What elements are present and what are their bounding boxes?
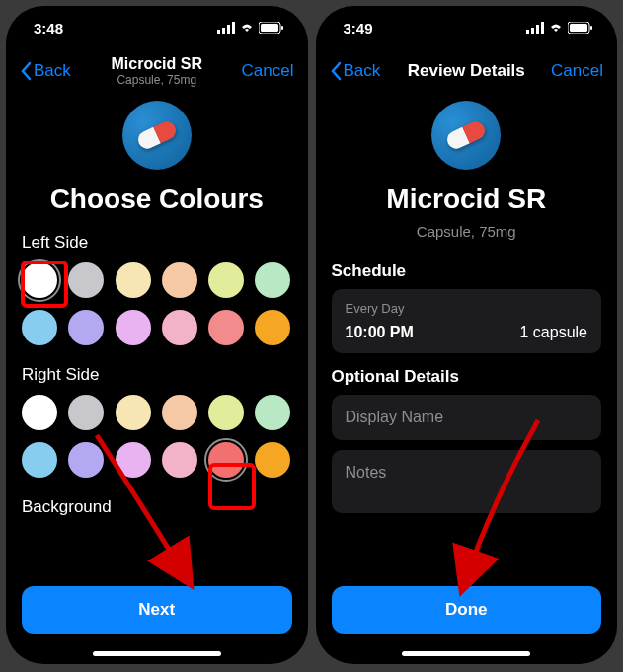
home-indicator[interactable] — [93, 651, 221, 656]
color-swatch[interactable] — [116, 395, 151, 430]
svg-rect-5 — [261, 24, 278, 32]
cancel-button[interactable]: Cancel — [242, 61, 294, 81]
back-button[interactable]: Back — [20, 61, 71, 81]
color-swatch[interactable] — [68, 310, 104, 345]
phone-left: 3:48 Back Microcid SR Capsule, 75mg Canc… — [6, 6, 308, 664]
svg-rect-9 — [536, 25, 539, 34]
wifi-icon — [239, 22, 255, 34]
svg-rect-10 — [541, 22, 544, 34]
color-swatch[interactable] — [22, 310, 57, 345]
nav-title-sub: Capsule, 75mg — [112, 73, 202, 87]
svg-rect-13 — [590, 26, 592, 30]
left-side-label: Left Side — [22, 233, 292, 253]
left-color-grid — [22, 262, 292, 345]
svg-rect-6 — [281, 26, 283, 30]
status-time: 3:48 — [34, 20, 63, 37]
done-button[interactable]: Done — [332, 586, 602, 634]
chevron-left-icon — [330, 61, 342, 81]
schedule-time: 10:00 PM — [346, 324, 414, 341]
right-side-label: Right Side — [22, 365, 292, 385]
schedule-header: Schedule — [332, 261, 602, 281]
medication-icon — [431, 101, 501, 170]
nav-title-main: Microcid SR — [112, 55, 202, 73]
color-swatch[interactable] — [116, 310, 151, 345]
status-indicators — [217, 22, 284, 34]
next-button[interactable]: Next — [22, 586, 292, 634]
color-swatch[interactable] — [68, 262, 104, 298]
color-swatch[interactable] — [255, 262, 290, 298]
nav-bar: Back Microcid SR Capsule, 75mg Cancel — [6, 49, 308, 93]
optional-header: Optional Details — [332, 367, 602, 387]
color-swatch[interactable] — [162, 442, 197, 478]
schedule-dose: 1 capsule — [520, 324, 588, 341]
svg-rect-12 — [570, 24, 587, 32]
svg-rect-3 — [232, 22, 235, 34]
color-swatch[interactable] — [22, 442, 57, 478]
color-swatch[interactable] — [116, 262, 151, 298]
chevron-left-icon — [20, 61, 32, 81]
nav-title-main: Review Details — [408, 61, 525, 81]
schedule-frequency: Every Day — [346, 301, 588, 316]
capsule-icon — [135, 118, 179, 151]
color-swatch[interactable] — [68, 442, 104, 478]
color-swatch[interactable] — [162, 310, 197, 345]
svg-rect-8 — [531, 28, 534, 34]
content-left: Choose Colours Left Side Right Side Back… — [6, 93, 308, 664]
background-label: Background — [22, 497, 292, 517]
content-right: Microcid SR Capsule, 75mg Schedule Every… — [316, 93, 618, 664]
back-label: Back — [34, 61, 71, 81]
nav-bar: Back Review Details Cancel — [316, 49, 618, 93]
status-bar: 3:48 — [6, 6, 308, 49]
home-indicator[interactable] — [402, 651, 530, 656]
back-label: Back — [344, 61, 381, 81]
cellular-icon — [217, 22, 235, 34]
color-swatch[interactable] — [22, 395, 57, 430]
color-swatch[interactable] — [208, 442, 244, 478]
medication-name: Microcid SR — [332, 184, 602, 215]
capsule-icon — [444, 118, 488, 151]
color-swatch[interactable] — [208, 310, 244, 345]
svg-rect-1 — [222, 28, 225, 34]
back-button[interactable]: Back — [330, 61, 381, 81]
nav-title: Microcid SR Capsule, 75mg — [112, 55, 202, 87]
schedule-card[interactable]: Every Day 10:00 PM 1 capsule — [332, 289, 602, 353]
battery-icon — [259, 22, 284, 34]
color-swatch[interactable] — [255, 395, 290, 430]
color-swatch[interactable] — [162, 395, 197, 430]
color-swatch[interactable] — [22, 262, 57, 298]
wifi-icon — [548, 22, 564, 34]
status-indicators — [526, 22, 593, 34]
svg-rect-2 — [227, 25, 230, 34]
color-swatch[interactable] — [162, 262, 197, 298]
notes-field[interactable]: Notes — [332, 450, 602, 513]
color-swatch[interactable] — [255, 442, 290, 478]
nav-title: Review Details — [408, 61, 525, 81]
color-swatch[interactable] — [208, 395, 244, 430]
medication-subtitle: Capsule, 75mg — [332, 223, 602, 240]
color-swatch[interactable] — [116, 442, 151, 478]
battery-icon — [568, 22, 593, 34]
page-heading: Choose Colours — [22, 184, 292, 215]
cellular-icon — [526, 22, 544, 34]
svg-rect-7 — [526, 30, 529, 34]
color-swatch[interactable] — [255, 310, 290, 345]
display-name-field[interactable]: Display Name — [332, 395, 602, 440]
color-swatch[interactable] — [68, 395, 104, 430]
cancel-button[interactable]: Cancel — [551, 61, 603, 81]
phone-right: 3:49 Back Review Details Cancel Microcid… — [316, 6, 618, 664]
color-swatch[interactable] — [208, 262, 244, 298]
medication-icon — [122, 101, 192, 170]
right-color-grid — [22, 395, 292, 478]
status-bar: 3:49 — [316, 6, 618, 49]
status-time: 3:49 — [344, 20, 373, 37]
svg-rect-0 — [217, 30, 220, 34]
